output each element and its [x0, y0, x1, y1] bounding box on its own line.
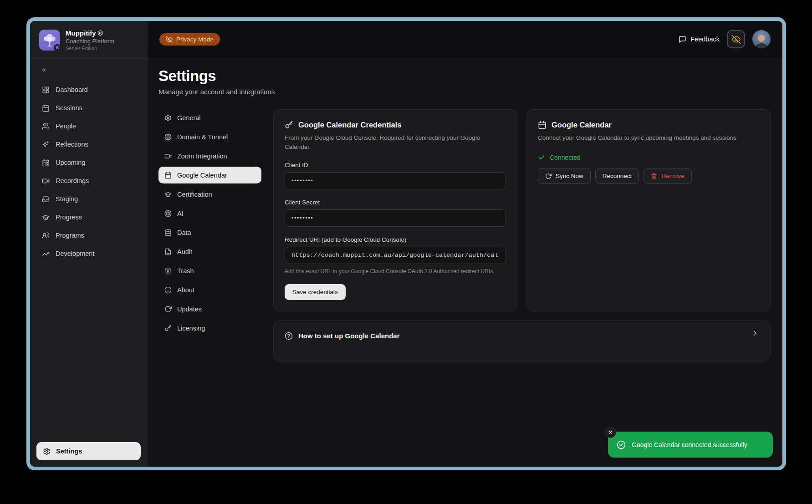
sidebar-item-reflections[interactable]: Reflections: [36, 135, 141, 153]
app-window: S Muppitify ® Coaching Platform Server E…: [26, 17, 786, 470]
client-id-label: Client ID: [285, 162, 506, 168]
trending-up-icon: [42, 250, 50, 258]
tab-about[interactable]: About: [158, 281, 261, 298]
redirect-uri-label: Redirect URI (add to Google Cloud Consol…: [285, 236, 506, 243]
sync-now-button[interactable]: Sync Now: [538, 168, 591, 184]
file-text-icon: [164, 248, 172, 255]
reconnect-label: Reconnect: [603, 173, 632, 179]
credentials-card-description: From your Google Cloud Console. Required…: [285, 133, 480, 152]
google-calendar-card: Google Calendar Connect your Google Cale…: [526, 109, 771, 311]
sidebar-item-label: Dashboard: [56, 86, 88, 93]
sidebar-item-label: Sessions: [56, 104, 82, 112]
tab-label: Updates: [177, 305, 202, 313]
page-title: Settings: [158, 67, 771, 85]
remove-button[interactable]: Remove: [643, 168, 691, 184]
page-subtitle: Manage your account and integrations: [158, 88, 771, 96]
trash-icon: [651, 173, 657, 179]
sidebar-item-sessions[interactable]: Sessions: [36, 99, 141, 117]
topbar: Privacy Mode Feedback: [148, 21, 782, 57]
sidebar-item-recordings[interactable]: Recordings: [36, 172, 141, 190]
sidebar-item-label: Recordings: [56, 177, 89, 184]
sidebar-item-development[interactable]: Development: [36, 244, 141, 263]
refresh-icon: [545, 173, 552, 179]
sidebar-item-upcoming[interactable]: Upcoming: [36, 153, 141, 172]
sidebar-item-label: People: [56, 122, 76, 130]
tab-label: AI: [177, 210, 184, 217]
key-icon: [164, 325, 172, 332]
calendar-card-description: Connect your Google Calendar to sync upc…: [538, 133, 759, 143]
sparkles-icon: [42, 141, 50, 148]
app-edition: Server Edition: [66, 46, 114, 51]
client-secret-field[interactable]: [285, 209, 506, 227]
sidebar-item-people[interactable]: People: [36, 117, 141, 135]
sidebar-item-label: Development: [56, 250, 94, 257]
sidebar: S Muppitify ® Coaching Platform Server E…: [30, 21, 148, 467]
sidebar-item-label: Reflections: [56, 141, 88, 148]
app-logo: S: [39, 30, 60, 51]
tab-ai[interactable]: AI: [158, 205, 261, 222]
dashboard-grid-icon: [42, 86, 50, 94]
tab-licensing[interactable]: Licensing: [158, 320, 261, 336]
reconnect-button[interactable]: Reconnect: [595, 168, 639, 184]
privacy-mode-badge[interactable]: Privacy Mode: [159, 33, 220, 46]
sidebar-item-progress[interactable]: Progress: [36, 208, 141, 226]
sidebar-settings-button[interactable]: Settings: [36, 442, 141, 460]
close-icon: [608, 430, 613, 435]
globe-icon: [164, 133, 172, 141]
tab-updates[interactable]: Updates: [158, 300, 261, 317]
credentials-card-title: Google Calendar Credentials: [298, 121, 401, 129]
tab-label: Domain & Tunnel: [177, 133, 228, 141]
sidebar-item-staging[interactable]: Staging: [36, 190, 141, 208]
redirect-uri-field[interactable]: [285, 247, 506, 264]
toast-close-button[interactable]: [605, 427, 616, 438]
feedback-button[interactable]: Feedback: [679, 36, 720, 43]
client-id-field[interactable]: [285, 172, 506, 189]
tab-trash[interactable]: Trash: [158, 262, 261, 279]
refresh-icon: [164, 305, 172, 313]
tab-audit[interactable]: Audit: [158, 243, 261, 260]
calendar-clock-icon: [42, 159, 50, 167]
calendar-icon: [538, 121, 546, 129]
brand: S Muppitify ® Coaching Platform Server E…: [30, 21, 147, 59]
sidebar-nav: Dashboard Sessions People Reflections Up…: [30, 77, 147, 266]
tab-label: Zoom Integration: [177, 153, 227, 160]
client-secret-label: Client Secret: [285, 199, 506, 206]
calendar-icon: [164, 172, 172, 179]
sidebar-collapse-button[interactable]: «: [30, 59, 147, 77]
eye-off-icon: [166, 36, 173, 43]
avatar-photo: [752, 32, 771, 48]
tab-google-calendar[interactable]: Google Calendar: [158, 167, 261, 183]
chevron-right-icon: [751, 329, 759, 337]
sidebar-item-label: Staging: [56, 195, 78, 203]
info-icon: [164, 286, 172, 294]
user-avatar[interactable]: [752, 30, 771, 48]
setup-help-card[interactable]: How to set up Google Calendar: [273, 321, 771, 361]
settings-tabs: General Domain & Tunnel Zoom Integration…: [158, 109, 261, 361]
sync-now-label: Sync Now: [556, 173, 583, 179]
tab-general[interactable]: General: [158, 109, 261, 126]
settings-button-label: Settings: [56, 448, 82, 455]
sidebar-item-programs[interactable]: Programs: [36, 226, 141, 244]
feedback-label: Feedback: [690, 36, 720, 43]
tab-label: Audit: [177, 248, 192, 255]
sidebar-item-label: Programs: [56, 232, 84, 239]
toast-notification: Google Calendar connected successfully: [608, 432, 773, 458]
sidebar-item-label: Upcoming: [56, 159, 85, 166]
tab-label: Data: [177, 229, 191, 236]
tab-certification[interactable]: Certification: [158, 186, 261, 203]
google-calendar-credentials-card: Google Calendar Credentials From your Go…: [273, 109, 517, 311]
save-credentials-button[interactable]: Save credentials: [285, 284, 346, 300]
tab-domain-tunnel[interactable]: Domain & Tunnel: [158, 128, 261, 145]
tab-zoom-integration[interactable]: Zoom Integration: [158, 148, 261, 164]
graduation-cap-icon: [164, 191, 172, 198]
users-group-icon: [42, 232, 50, 239]
gear-icon: [43, 448, 51, 455]
sidebar-item-dashboard[interactable]: Dashboard: [36, 81, 141, 99]
tab-label: About: [177, 286, 194, 294]
tab-data[interactable]: Data: [158, 224, 261, 241]
tab-label: Licensing: [177, 325, 205, 332]
tab-label: Certification: [177, 191, 212, 198]
video-icon: [164, 153, 172, 160]
privacy-toggle-button[interactable]: [727, 30, 745, 48]
tab-label: General: [177, 114, 201, 122]
